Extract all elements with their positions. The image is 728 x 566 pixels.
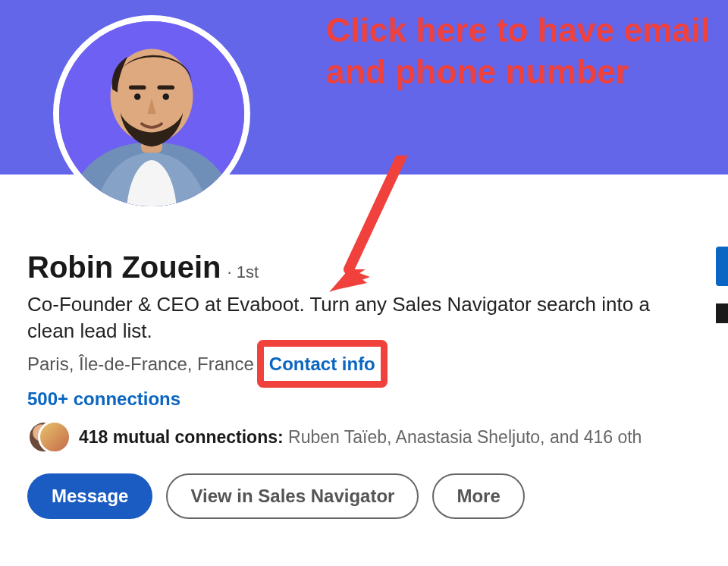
mutual-count: 418 mutual connections: [79,427,284,447]
svg-rect-3 [129,85,146,90]
connection-degree: · 1st [228,263,259,282]
svg-rect-4 [158,85,175,90]
location-row: Paris, Île-de-France, France · Contact i… [27,354,701,375]
message-button[interactable]: Message [27,473,152,519]
mutual-connections-text: 418 mutual connections: Ruben Taïeb, Ana… [79,427,642,448]
profile-location: Paris, Île-de-France, France [27,354,254,374]
profile-headline: Co-Founder & CEO at Evaboot. Turn any Sa… [27,291,695,344]
profile-banner: Click here to have email and phone numbe… [0,0,728,175]
profile-actions: Message View in Sales Navigator More [27,473,701,519]
right-side-badge [716,247,728,286]
mutual-avatars [27,420,68,454]
right-side-badge-2 [716,303,728,323]
mutual-avatar-icon [38,420,71,454]
separator-dot: · [259,354,268,374]
profile-name[interactable]: Robin Zouein [27,250,221,284]
mutual-connections-row[interactable]: 418 mutual connections: Ruben Taïeb, Ana… [27,420,701,454]
annotation-callout: Click here to have email and phone numbe… [326,9,728,93]
connections-link[interactable]: 500+ connections [27,388,180,410]
mutual-names-list: Ruben Taïeb, Anastasia Sheljuto, and 416… [288,427,642,447]
contact-info-link[interactable]: Contact info [269,354,375,374]
svg-point-5 [134,93,140,99]
view-sales-navigator-button[interactable]: View in Sales Navigator [166,473,419,519]
svg-point-6 [163,93,169,99]
more-button[interactable]: More [432,473,524,519]
profile-content: Robin Zouein · 1st Co-Founder & CEO at E… [0,175,728,519]
